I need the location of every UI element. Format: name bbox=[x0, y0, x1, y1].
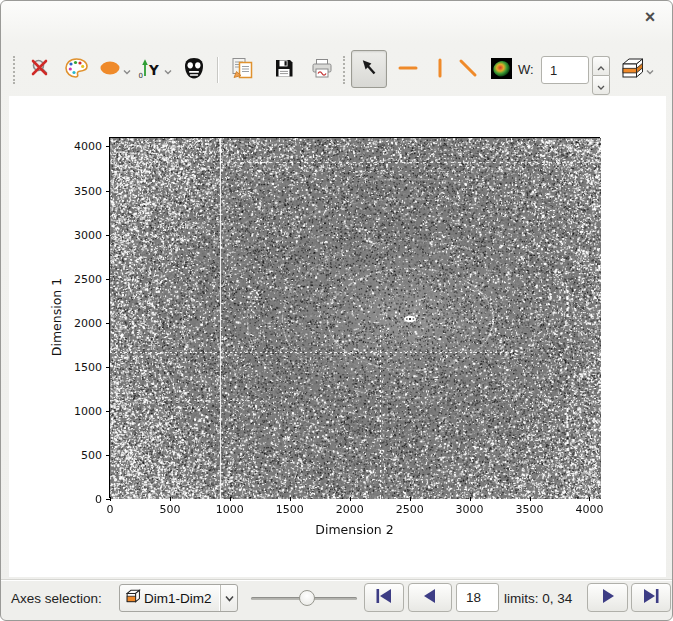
plane-selection-button[interactable] bbox=[614, 55, 658, 85]
y-tick-label: 2000 bbox=[74, 316, 102, 329]
stack-image[interactable] bbox=[110, 138, 601, 499]
profile-window-button[interactable] bbox=[487, 55, 515, 85]
spinbox-buttons bbox=[592, 56, 610, 84]
x-tick-label: 3000 bbox=[456, 503, 484, 516]
horizontal-line-icon bbox=[396, 57, 420, 83]
chevron-down-icon bbox=[164, 61, 172, 79]
play-backward-icon bbox=[420, 588, 440, 608]
x-tick-label: 1500 bbox=[276, 503, 304, 516]
x-tick-mark bbox=[110, 497, 111, 501]
x-tick-label: 1000 bbox=[216, 503, 244, 516]
colormap-button[interactable] bbox=[61, 55, 91, 85]
copy-button[interactable] bbox=[227, 55, 257, 85]
combobox-value: Dim1-Dim2 bbox=[144, 591, 212, 606]
spin-down-button[interactable] bbox=[592, 75, 610, 95]
y-axis-orientation-button[interactable]: 0 Y bbox=[135, 55, 175, 85]
toolbar-handle[interactable] bbox=[13, 56, 16, 84]
ellipse-icon bbox=[99, 57, 122, 83]
chevron-up-icon bbox=[597, 57, 605, 75]
x-tick-mark bbox=[470, 497, 471, 501]
frame-limits-label: limits: 0, 34 bbox=[504, 580, 572, 616]
x-tick-label: 2500 bbox=[396, 503, 424, 516]
x-tick-mark bbox=[350, 497, 351, 501]
y-tick-mark bbox=[106, 146, 110, 147]
y-tick-mark bbox=[106, 367, 110, 368]
toolbar-separator bbox=[217, 57, 219, 83]
chevron-down-icon[interactable] bbox=[220, 585, 237, 611]
axes-selection-combobox[interactable]: Dim1-Dim2 bbox=[119, 584, 238, 612]
horizontal-profile-button[interactable] bbox=[393, 55, 423, 85]
x-tick-mark bbox=[589, 497, 590, 501]
palette-icon bbox=[64, 57, 89, 83]
app-window: × bbox=[0, 0, 673, 621]
plot-area: Dimension 1 0500100015002000250030003500… bbox=[9, 96, 666, 577]
frame-slider[interactable] bbox=[247, 584, 361, 612]
save-button[interactable] bbox=[269, 55, 299, 85]
x-tick-mark bbox=[170, 497, 171, 501]
chevron-down-icon bbox=[597, 76, 605, 94]
chevron-down-icon bbox=[123, 61, 131, 79]
aspect-ratio-button[interactable] bbox=[95, 55, 135, 85]
zoom-reset-icon bbox=[29, 57, 52, 83]
diagonal-line-icon bbox=[456, 57, 480, 83]
y-tick-label: 0 bbox=[95, 493, 102, 506]
diagonal-profile-button[interactable] bbox=[453, 55, 483, 85]
y-tick-label: 1500 bbox=[74, 360, 102, 373]
zoom-reset-button[interactable] bbox=[25, 55, 55, 85]
pan-select-button[interactable] bbox=[351, 50, 387, 88]
slider-handle[interactable] bbox=[299, 590, 315, 606]
skip-forward-icon bbox=[640, 588, 662, 608]
profile-image-icon bbox=[491, 58, 512, 83]
x-tick-mark bbox=[230, 497, 231, 501]
x-axis-label: Dimension 2 bbox=[109, 522, 600, 537]
close-icon: × bbox=[645, 8, 656, 26]
chevron-down-icon bbox=[646, 61, 654, 79]
svg-text:Y: Y bbox=[148, 62, 159, 78]
x-tick-mark bbox=[290, 497, 291, 501]
y-tick-label: 4000 bbox=[74, 140, 102, 153]
frame-number-input[interactable] bbox=[456, 583, 499, 612]
x-tick-label: 0 bbox=[107, 503, 114, 516]
spin-up-button[interactable] bbox=[592, 56, 610, 75]
play-forward-icon bbox=[598, 588, 618, 608]
toolbar-separator bbox=[343, 56, 346, 84]
vertical-line-icon bbox=[428, 57, 452, 83]
y-tick-mark bbox=[106, 235, 110, 236]
print-icon bbox=[310, 57, 334, 83]
profile-width-spinbox[interactable] bbox=[541, 56, 589, 84]
y-tick-mark bbox=[106, 279, 110, 280]
y-tick-label: 2500 bbox=[74, 272, 102, 285]
x-tick-label: 500 bbox=[159, 503, 180, 516]
titlebar: × bbox=[1, 1, 672, 37]
last-frame-button[interactable] bbox=[631, 583, 671, 612]
toolbar: 0 Y bbox=[1, 47, 672, 93]
y-tick-mark bbox=[106, 323, 110, 324]
mask-icon bbox=[182, 56, 206, 84]
plot-frame: 0500100015002000250030003500400005001000… bbox=[109, 137, 600, 498]
cube-plane-icon bbox=[618, 56, 645, 84]
profile-width-label: W: bbox=[518, 62, 534, 77]
save-icon bbox=[273, 57, 295, 83]
x-tick-mark bbox=[530, 497, 531, 501]
axes-selection-label: Axes selection: bbox=[11, 580, 102, 616]
y-tick-label: 1000 bbox=[74, 404, 102, 417]
x-tick-label: 3500 bbox=[516, 503, 544, 516]
y-axis-direction-icon: 0 Y bbox=[138, 57, 163, 83]
first-frame-button[interactable] bbox=[364, 583, 404, 612]
x-tick-label: 2000 bbox=[336, 503, 364, 516]
mask-tools-button[interactable] bbox=[179, 55, 209, 85]
pointer-icon bbox=[358, 56, 380, 82]
next-frame-button[interactable] bbox=[587, 583, 628, 612]
svg-text:0: 0 bbox=[139, 72, 143, 80]
y-tick-mark bbox=[106, 191, 110, 192]
y-tick-label: 3000 bbox=[74, 228, 102, 241]
x-tick-label: 4000 bbox=[575, 503, 603, 516]
close-button[interactable]: × bbox=[640, 7, 660, 27]
previous-frame-button[interactable] bbox=[408, 583, 452, 612]
cube-icon bbox=[124, 588, 141, 608]
y-tick-label: 500 bbox=[81, 448, 102, 461]
vertical-profile-button[interactable] bbox=[425, 55, 455, 85]
print-button[interactable] bbox=[307, 55, 337, 85]
y-tick-mark bbox=[106, 499, 110, 500]
y-tick-mark bbox=[106, 455, 110, 456]
